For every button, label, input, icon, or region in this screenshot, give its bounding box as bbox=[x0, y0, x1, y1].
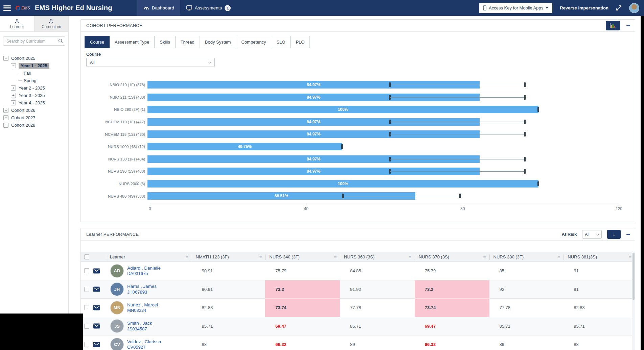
email-icon[interactable] bbox=[93, 268, 100, 274]
search-icon bbox=[58, 39, 63, 43]
column-menu-icon[interactable]: ≡ bbox=[334, 254, 337, 260]
score-cell: 91 bbox=[564, 262, 635, 280]
tree-toggle-expand-icon[interactable]: + bbox=[3, 115, 8, 120]
chart-bar[interactable]: 100% bbox=[147, 180, 538, 188]
reverse-impersonation-link[interactable]: Reverse Impersonation bbox=[560, 5, 608, 10]
cohort-performance-panel: COHORT PERFORMANCE − CourseAssessment Ty… bbox=[80, 19, 635, 222]
tree-toggle-expand-icon[interactable]: + bbox=[3, 108, 8, 113]
cohort-tab-skills[interactable]: Skills bbox=[155, 36, 175, 48]
tree-toggle-expand-icon[interactable]: + bbox=[11, 93, 16, 98]
learner-id: JS034587 bbox=[127, 326, 152, 332]
cohort-tab-plo[interactable]: PLO bbox=[291, 36, 310, 48]
tab-assessments[interactable]: Assessments 1 bbox=[180, 0, 237, 16]
learner-table-body: ADAdlard , DanielleDA03167590.9175.7984.… bbox=[81, 262, 635, 350]
column-header-nurs-360-3s-[interactable]: NURS 360 (3S)≡ bbox=[340, 252, 415, 262]
chart-bar-value-label: 84.97% bbox=[307, 132, 321, 136]
tree-item-year-3-2025[interactable]: +Year 3 - 2025 bbox=[0, 92, 68, 99]
learner-avatar: MN bbox=[110, 301, 124, 315]
tree-item-cohort-2027[interactable]: +Cohort 2027 bbox=[0, 114, 68, 121]
row-checkbox[interactable] bbox=[84, 305, 89, 310]
sidebar-tab-curriculum[interactable]: Curriculum bbox=[34, 16, 69, 31]
learner-identity: Harris , JamesJH067893 bbox=[127, 283, 157, 295]
user-avatar[interactable] bbox=[629, 3, 639, 13]
score-cell: 88 bbox=[564, 335, 635, 350]
column-menu-icon[interactable]: ≡ bbox=[409, 254, 411, 260]
learner-name-link[interactable]: Adlard , Danielle bbox=[127, 265, 161, 271]
learner-row: JHHarris , JamesJH06789390.9173.291.9273… bbox=[81, 280, 635, 299]
column-header-nurs-380-3f-[interactable]: NURS 380 (3F)≡ bbox=[489, 252, 564, 262]
cohort-tab-assessment-type[interactable]: Assessment Type bbox=[110, 36, 155, 48]
column-header-learner[interactable]: Learner≡ bbox=[106, 252, 192, 262]
tree-toggle-expand-icon[interactable]: + bbox=[11, 85, 16, 91]
download-button[interactable]: ↓ bbox=[607, 230, 621, 239]
tree-toggle-expand-icon[interactable]: + bbox=[3, 123, 8, 128]
column-header-nurs-340-3f-[interactable]: NURS 340 (3F)≡ bbox=[265, 252, 340, 262]
column-header-nurs-381-3s-[interactable]: NURS 381(3S)≡ bbox=[564, 252, 635, 262]
row-checkbox[interactable] bbox=[84, 287, 89, 292]
tree-item-label: Cohort 2028 bbox=[11, 123, 36, 128]
column-header-nmath-123-3f-[interactable]: NMATH 123 (3F)≡ bbox=[192, 252, 266, 262]
column-separator bbox=[489, 254, 490, 260]
course-filter-select[interactable]: All bbox=[86, 58, 215, 67]
collapse-cohort-panel-icon[interactable]: − bbox=[626, 24, 630, 27]
chart-bar[interactable]: 49.75% bbox=[147, 143, 342, 150]
email-icon[interactable] bbox=[93, 305, 100, 310]
column-menu-icon[interactable]: ≡ bbox=[483, 254, 486, 260]
learner-cell: MNNunez , MarcelMN08234 bbox=[106, 299, 192, 317]
tree-item-cohort-2026[interactable]: +Cohort 2026 bbox=[0, 106, 68, 114]
tab-dashboard[interactable]: Dashboard bbox=[137, 0, 180, 16]
tree-item-cohort-2025[interactable]: −Cohort 2025 bbox=[0, 54, 68, 62]
email-icon[interactable] bbox=[93, 286, 100, 292]
column-menu-icon[interactable]: ≡ bbox=[629, 254, 631, 260]
search-input[interactable] bbox=[3, 36, 65, 46]
learner-name-link[interactable]: Harris , James bbox=[127, 283, 157, 290]
at-risk-select[interactable]: All bbox=[582, 230, 602, 239]
row-checkbox[interactable] bbox=[84, 342, 89, 347]
hamburger-menu-icon[interactable] bbox=[3, 5, 11, 11]
tree-toggle-expand-icon[interactable]: + bbox=[11, 100, 16, 105]
learner-name-link[interactable]: Valdez , Clarissa bbox=[127, 339, 161, 345]
sidebar-tab-learner[interactable]: Learner bbox=[0, 16, 34, 31]
score-cell: 85.71 bbox=[192, 317, 266, 335]
vertical-scrollbar[interactable] bbox=[632, 252, 635, 350]
row-checkbox[interactable] bbox=[84, 268, 89, 273]
tree-toggle-collapse-icon[interactable]: − bbox=[11, 63, 16, 68]
column-separator bbox=[340, 254, 340, 260]
column-menu-icon[interactable]: ≡ bbox=[259, 254, 262, 260]
tree-item-spring[interactable]: Spring bbox=[0, 77, 68, 84]
chart-plot-cell: 84.97% bbox=[147, 79, 617, 91]
chart-row: NBIO 211 (1S) (480)84.97% bbox=[81, 91, 625, 104]
expand-fullscreen-icon[interactable] bbox=[616, 5, 622, 11]
learner-performance-panel: Learner PERFORMANCE At Risk All ↓ − Lear… bbox=[80, 228, 635, 350]
column-header-nurs-370-3s-[interactable]: NURS 370 (3S)≡ bbox=[415, 252, 489, 262]
access-key-button[interactable]: Access Key for Mobile Apps bbox=[479, 3, 552, 13]
learner-row: ADAdlard , DanielleDA03167590.9175.7984.… bbox=[81, 262, 635, 280]
chart-type-button[interactable] bbox=[606, 21, 620, 30]
learner-name-link[interactable]: Nunez , Marcel bbox=[127, 302, 158, 308]
tree-item-year-4-2025[interactable]: +Year 4 - 2025 bbox=[0, 99, 68, 106]
select-all-checkbox[interactable] bbox=[84, 254, 89, 259]
email-icon[interactable] bbox=[93, 342, 100, 347]
tree-item-year-1-2025[interactable]: −Year 1 - 2025 bbox=[0, 62, 68, 69]
email-icon[interactable] bbox=[93, 323, 100, 329]
collapse-learner-panel-icon[interactable]: − bbox=[626, 233, 630, 236]
tree-item-label: Cohort 2025 bbox=[11, 56, 36, 61]
tree-item-year-2-2025[interactable]: +Year 2 - 2025 bbox=[0, 84, 68, 92]
cohort-tab-slo[interactable]: SLO bbox=[271, 36, 291, 48]
tree-item-fall[interactable]: Fall bbox=[0, 69, 68, 77]
tree-item-cohort-2028[interactable]: +Cohort 2028 bbox=[0, 121, 68, 129]
cohort-tab-competency[interactable]: Competency bbox=[236, 36, 271, 48]
chart-bar[interactable]: 100% bbox=[147, 106, 538, 113]
column-menu-icon[interactable]: ≡ bbox=[557, 254, 560, 260]
cohort-tab-thread[interactable]: Thread bbox=[176, 36, 200, 48]
chart-bar-value-label: 100% bbox=[338, 107, 348, 112]
cohort-tab-body-system[interactable]: Body System bbox=[200, 36, 236, 48]
tree-toggle-collapse-icon[interactable]: − bbox=[3, 56, 8, 61]
learner-name-link[interactable]: Smith , Jack bbox=[127, 320, 152, 326]
assessments-badge: 1 bbox=[225, 5, 231, 11]
error-bar-line bbox=[390, 97, 525, 98]
scrollbar-thumb[interactable] bbox=[632, 253, 635, 300]
cohort-tab-course[interactable]: Course bbox=[85, 36, 110, 48]
column-menu-icon[interactable]: ≡ bbox=[185, 254, 188, 260]
row-checkbox[interactable] bbox=[84, 324, 89, 329]
